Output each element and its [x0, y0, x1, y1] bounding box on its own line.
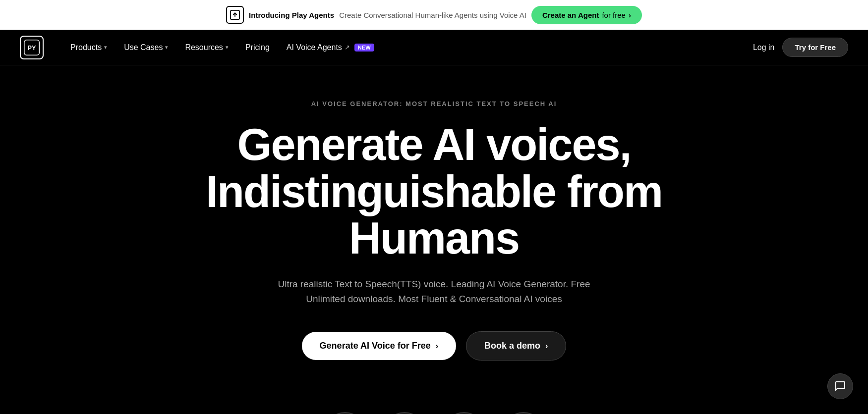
generate-voice-label: Generate AI Voice for Free: [320, 341, 431, 351]
nav-item-resources[interactable]: Resources ▾: [178, 39, 235, 56]
nav-item-ai-voice-agents[interactable]: AI Voice Agents ↗ NEW: [280, 39, 381, 56]
generate-voice-button[interactable]: Generate AI Voice for Free ›: [302, 332, 456, 360]
cta-arrow: ›: [629, 11, 631, 19]
chat-widget-button[interactable]: [827, 373, 853, 399]
nav-pricing-label: Pricing: [245, 43, 270, 52]
nav-item-products[interactable]: Products ▾: [63, 39, 114, 56]
preview-circle-3: [444, 412, 484, 414]
preview-bar: [0, 402, 868, 414]
book-demo-button[interactable]: Book a demo ›: [466, 331, 566, 361]
main-nav: PY Products ▾ Use Cases ▾ Resources ▾ Pr…: [0, 30, 868, 65]
products-chevron-icon: ▾: [104, 44, 107, 51]
login-button[interactable]: Log in: [753, 43, 775, 52]
book-demo-arrow: ›: [545, 342, 548, 351]
cta-light-text: for free: [602, 11, 626, 19]
nav-use-cases-label: Use Cases: [124, 43, 163, 52]
hero-heading: Generate AI voices, Indistinguishable fr…: [206, 121, 662, 262]
hero-buttons: Generate AI Voice for Free › Book a demo…: [302, 331, 567, 361]
cta-bold-text: Create an Agent: [542, 11, 599, 19]
announcement-text: Introducing Play Agents Create Conversat…: [249, 11, 526, 19]
use-cases-chevron-icon: ▾: [165, 44, 168, 51]
nav-ai-voice-label: AI Voice Agents: [287, 43, 342, 52]
play-agents-icon: [226, 6, 244, 24]
hero-eyebrow: AI VOICE GENERATOR: MOST REALISTIC TEXT …: [311, 100, 557, 107]
resources-chevron-icon: ▾: [226, 44, 229, 51]
hero-subtext: Ultra realistic Text to Speech(TTS) voic…: [266, 277, 603, 307]
nav-links: Products ▾ Use Cases ▾ Resources ▾ Prici…: [63, 39, 753, 56]
preview-circle-4: [504, 412, 543, 414]
logo[interactable]: PY: [20, 36, 44, 59]
hero-heading-line2: Indistinguishable from: [206, 167, 662, 216]
nav-actions: Log in Try for Free: [753, 38, 848, 57]
svg-text:PY: PY: [27, 44, 36, 51]
nav-resources-label: Resources: [185, 43, 223, 52]
book-demo-label: Book a demo: [484, 341, 540, 351]
preview-circle-1: [325, 412, 365, 414]
nav-item-pricing[interactable]: Pricing: [238, 39, 277, 56]
ai-voice-new-badge: NEW: [354, 44, 374, 52]
nav-item-use-cases[interactable]: Use Cases ▾: [117, 39, 175, 56]
preview-circle-2: [385, 412, 424, 414]
try-free-button[interactable]: Try for Free: [782, 38, 848, 57]
create-agent-button[interactable]: Create an Agent for free ›: [531, 6, 642, 24]
hero-heading-line3: Humans: [349, 213, 519, 263]
nav-products-label: Products: [70, 43, 102, 52]
hero-section: AI VOICE GENERATOR: MOST REALISTIC TEXT …: [0, 65, 868, 402]
ai-voice-external-icon: ↗: [345, 44, 350, 51]
announcement-bar: Introducing Play Agents Create Conversat…: [0, 0, 868, 30]
hero-heading-line1: Generate AI voices,: [237, 120, 631, 169]
generate-voice-arrow: ›: [436, 342, 438, 351]
